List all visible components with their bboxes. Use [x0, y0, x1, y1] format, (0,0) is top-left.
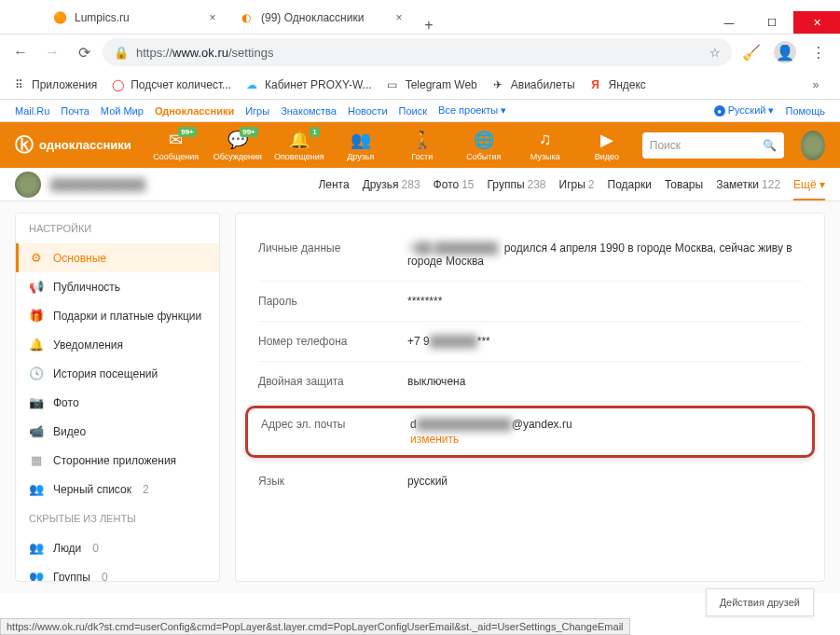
mailru-link-ok[interactable]: Одноклассники: [155, 105, 234, 117]
nav-gifts[interactable]: Подарки: [608, 178, 652, 191]
svc-discussions[interactable]: 99+💬Обсуждения: [210, 130, 266, 161]
nav-games[interactable]: Игры2: [559, 178, 595, 191]
minimize-button[interactable]: —: [708, 11, 750, 34]
nav-notes[interactable]: Заметки122: [716, 178, 780, 191]
tab-title: Lumpics.ru: [75, 11, 130, 24]
reload-button[interactable]: ⟳: [71, 39, 97, 65]
sidebar-item-gifts[interactable]: 🎁Подарки и платные функции: [16, 301, 219, 330]
menu-button[interactable]: ⋮: [805, 38, 833, 66]
maximize-button[interactable]: ☐: [750, 11, 793, 34]
sidebar-hidden-people[interactable]: 👥Люди0: [16, 533, 219, 562]
sidebar-item-publicity[interactable]: 📢Публичность: [16, 272, 219, 301]
mailru-link-search[interactable]: Поиск: [399, 105, 427, 117]
nav-avatar[interactable]: [15, 172, 41, 198]
mailru-link-dating[interactable]: Знакомства: [281, 105, 337, 117]
star-icon[interactable]: ☆: [709, 46, 721, 60]
bookmark-avia[interactable]: ✈Авиабилеты: [490, 77, 575, 92]
help-link[interactable]: Помощь: [786, 105, 826, 117]
proxy-icon: ☁: [244, 77, 259, 92]
forward-button[interactable]: →: [39, 39, 65, 65]
ok-logo-icon: ⓚ: [15, 132, 34, 158]
friends-icon: 👥: [351, 130, 371, 150]
mailru-link-news[interactable]: Новости: [348, 105, 388, 117]
mailru-portal-bar: Mail.Ru Почта Мой Мир Одноклассники Игры…: [0, 100, 840, 122]
setting-phone[interactable]: Номер телефона +7 9██████***: [258, 322, 802, 362]
setting-language[interactable]: Язык русский: [258, 462, 802, 501]
svc-video[interactable]: ▶Видео: [579, 130, 635, 161]
sidebar-item-history[interactable]: 🕓История посещений: [16, 359, 219, 388]
setting-personal[interactable]: Личные данные И██ ████████, родился 4 ап…: [258, 228, 802, 282]
change-email-link[interactable]: изменить: [410, 433, 799, 446]
user-avatar[interactable]: [801, 131, 825, 160]
sidebar-item-photo[interactable]: 📷Фото: [16, 388, 219, 417]
lock-icon: 🔒: [114, 46, 129, 60]
svc-events[interactable]: 🌐События: [456, 130, 512, 161]
close-icon[interactable]: ×: [205, 11, 220, 24]
apps-button[interactable]: ⠿Приложения: [11, 77, 97, 92]
new-tab-button[interactable]: +: [416, 17, 442, 34]
people-icon: 👥: [29, 541, 44, 555]
setting-2fa[interactable]: Двойная защита выключена: [258, 362, 802, 402]
nav-friends[interactable]: Друзья283: [363, 178, 420, 191]
clock-icon: 🕓: [29, 366, 44, 380]
browser-tab-2[interactable]: ◐ (99) Одноклассники ×: [229, 2, 416, 34]
settings-sidebar: НАСТРОЙКИ ⚙Основные 📢Публичность 🎁Подарк…: [15, 213, 220, 582]
svc-notifications[interactable]: 1🔔Оповещения: [271, 130, 327, 161]
extension-icon[interactable]: 🧹: [737, 38, 765, 66]
gear-icon: ⚙: [29, 251, 44, 265]
sidebar-item-video[interactable]: 📹Видео: [16, 417, 219, 446]
bookmark-yandex[interactable]: ЯЯндекс: [588, 77, 646, 92]
setting-email-highlighted[interactable]: Адрес эл. почты d████████████@yandex.ru …: [245, 406, 815, 458]
sidebar-item-main[interactable]: ⚙Основные: [16, 243, 219, 272]
guests-icon: 🚶: [412, 130, 433, 150]
nav-groups[interactable]: Группы238: [488, 178, 546, 191]
nav-more[interactable]: Ещё ▾: [793, 178, 825, 200]
bookmark-telegram[interactable]: ▭Telegram Web: [385, 77, 477, 92]
nav-feed[interactable]: Лента: [318, 178, 349, 191]
gift-icon: 🎁: [29, 309, 44, 323]
mailru-link-games[interactable]: Игры: [245, 105, 269, 117]
browser-tab-1[interactable]: 🟠 Lumpics.ru ×: [43, 2, 229, 34]
mailru-link-pochta[interactable]: Почта: [61, 105, 90, 117]
mailru-link-mail[interactable]: Mail.Ru: [15, 105, 49, 117]
sidebar-item-apps[interactable]: ▦Сторонние приложения: [16, 446, 219, 475]
block-icon: 👥: [29, 482, 44, 496]
url-input[interactable]: 🔒 https://www.ok.ru/settings ☆: [103, 38, 732, 66]
svc-messages[interactable]: 99+✉Сообщения: [148, 130, 204, 161]
events-icon: 🌐: [474, 130, 494, 150]
sidebar-item-notifications[interactable]: 🔔Уведомления: [16, 330, 219, 359]
bookmark-proxy[interactable]: ☁Кабинет PROXY-W...: [244, 77, 372, 92]
nav-username: ████████████: [50, 178, 145, 191]
bookmarks-overflow[interactable]: »: [803, 72, 829, 98]
profile-avatar[interactable]: 👤: [771, 38, 799, 66]
music-icon: ♫: [539, 130, 552, 150]
svc-friends[interactable]: 👥Друзья: [333, 130, 389, 161]
videocam-icon: 📹: [29, 424, 44, 438]
setting-password[interactable]: Пароль ********: [258, 282, 802, 322]
status-bar-url: https://www.ok.ru/dk?st.cmd=userConfig&c…: [0, 618, 630, 635]
svc-music[interactable]: ♫Музыка: [517, 130, 573, 161]
search-input[interactable]: Поиск 🔍: [642, 132, 784, 159]
ok-logo[interactable]: ⓚодноклассники: [15, 132, 131, 158]
sidebar-hidden-header: СКРЫТЫЕ ИЗ ЛЕНТЫ: [16, 504, 219, 533]
titlebar: 🟠 Lumpics.ru × ◐ (99) Одноклассники × + …: [0, 0, 840, 35]
nav-photo[interactable]: Фото15: [434, 178, 475, 191]
mailru-link-all[interactable]: Все проекты ▾: [438, 104, 506, 117]
counter-icon: ◯: [110, 77, 125, 92]
close-window-button[interactable]: ✕: [793, 11, 840, 34]
language-selector[interactable]: ● Русский ▾: [714, 104, 775, 117]
search-icon[interactable]: 🔍: [763, 139, 777, 152]
sidebar-item-blacklist[interactable]: 👥Черный список2: [16, 475, 219, 504]
mailru-link-moimir[interactable]: Мой Мир: [101, 105, 144, 117]
bookmark-counter[interactable]: ◯Подсчет количест...: [110, 77, 231, 92]
nav-goods[interactable]: Товары: [665, 178, 703, 191]
friends-actions-popup[interactable]: Действия друзей: [706, 588, 814, 616]
megaphone-icon: 📢: [29, 280, 44, 294]
sidebar-hidden-groups[interactable]: 👥Группы0: [16, 562, 219, 582]
bookmarks-bar: ⠿Приложения ◯Подсчет количест... ☁Кабине…: [0, 70, 840, 100]
back-button[interactable]: ←: [7, 39, 34, 65]
plane-icon: ✈: [490, 77, 505, 92]
close-icon[interactable]: ×: [392, 11, 406, 24]
svc-guests[interactable]: 🚶Гости: [394, 130, 450, 161]
ok-favicon: ◐: [239, 10, 254, 25]
